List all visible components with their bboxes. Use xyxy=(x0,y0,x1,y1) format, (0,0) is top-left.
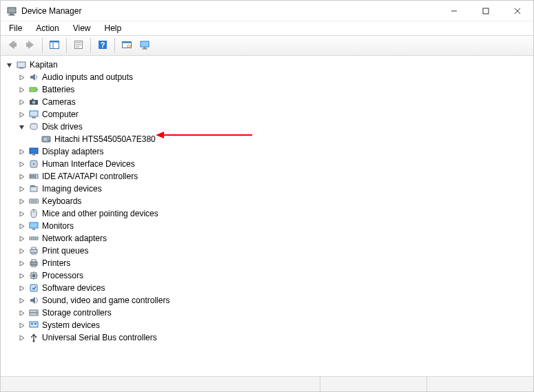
monitor-icon xyxy=(139,39,150,52)
device-tree-panel[interactable]: KapitanAudio inputs and outputsBatteries… xyxy=(1,56,533,376)
imaging-icon xyxy=(28,183,39,194)
chevron-right-icon[interactable] xyxy=(16,84,27,95)
minimize-button[interactable] xyxy=(438,1,470,21)
svg-point-55 xyxy=(35,238,37,239)
maximize-button[interactable] xyxy=(470,1,502,21)
chevron-right-icon[interactable] xyxy=(16,332,27,343)
chevron-right-icon[interactable] xyxy=(16,220,27,231)
back-button[interactable] xyxy=(4,37,21,54)
tree-row-cat-4[interactable]: Disk drives xyxy=(1,121,533,133)
chevron-right-icon[interactable] xyxy=(16,109,27,120)
tree-row-cat-12[interactable]: Network adapters xyxy=(1,232,533,245)
chevron-right-icon[interactable] xyxy=(16,307,27,318)
chevron-right-icon[interactable] xyxy=(16,282,27,293)
svg-rect-46 xyxy=(30,199,39,203)
tree-row-cat-14[interactable]: Printers xyxy=(1,257,533,269)
svg-rect-8 xyxy=(50,41,59,42)
tree-row-cat-18[interactable]: Storage controllers xyxy=(1,307,533,319)
menu-view[interactable]: View xyxy=(68,22,96,34)
close-button[interactable] xyxy=(502,1,533,21)
hid-icon xyxy=(28,158,39,169)
svg-point-71 xyxy=(36,311,37,311)
svg-rect-29 xyxy=(32,99,34,101)
chevron-right-icon[interactable] xyxy=(16,295,27,306)
tree-row-cat-0[interactable]: Audio inputs and outputs xyxy=(1,71,533,83)
show-hide-console-tree-button[interactable] xyxy=(46,37,63,54)
tree-row-cat-13[interactable]: Print queues xyxy=(1,245,533,257)
toolbar-separator xyxy=(90,38,91,53)
statusbar-cell xyxy=(320,377,427,391)
tree-label: Processors xyxy=(42,269,83,282)
tree-row-cat-11[interactable]: Monitors xyxy=(1,220,533,232)
chevron-down-icon[interactable] xyxy=(3,59,14,70)
tree-label: Software devices xyxy=(42,282,105,294)
forward-button[interactable] xyxy=(22,37,39,54)
show-hidden-devices-button[interactable] xyxy=(136,37,153,54)
chevron-right-icon[interactable] xyxy=(16,196,27,207)
tree-label: Imaging devices xyxy=(42,183,102,195)
svg-rect-37 xyxy=(30,148,38,154)
tree-row-cat-19[interactable]: System devices xyxy=(1,319,533,331)
tree-row-root[interactable]: Kapitan xyxy=(1,59,533,71)
chevron-right-icon[interactable] xyxy=(16,320,27,331)
svg-point-40 xyxy=(33,163,34,165)
tree-row-cat-2[interactable]: Cameras xyxy=(1,96,533,108)
tree-label: Display adapters xyxy=(42,145,103,158)
camera-icon xyxy=(28,96,39,107)
chevron-right-icon[interactable] xyxy=(16,208,27,219)
svg-rect-24 xyxy=(19,68,23,69)
tree-row-cat-16[interactable]: Software devices xyxy=(1,282,533,294)
chevron-right-icon[interactable] xyxy=(16,72,27,83)
tree-row-cat-15[interactable]: Processors xyxy=(1,269,533,282)
tree-row-cat-20[interactable]: Universal Serial Bus controllers xyxy=(1,331,533,344)
help-button[interactable]: ? xyxy=(94,37,111,54)
svg-rect-42 xyxy=(30,175,32,178)
chevron-down-icon[interactable] xyxy=(16,121,27,132)
chevron-right-icon[interactable] xyxy=(16,171,27,182)
tree-row-cat-8[interactable]: Imaging devices xyxy=(1,183,533,195)
tree-row-cat-5[interactable]: Display adapters xyxy=(1,145,533,158)
toolbar-separator xyxy=(66,38,67,53)
tree-row-cat-1[interactable]: Batteries xyxy=(1,83,533,96)
cpu-icon xyxy=(28,270,39,281)
tree-label: Hitachi HTS545050A7E380 xyxy=(54,133,156,145)
menu-help[interactable]: Help xyxy=(99,22,127,34)
chevron-right-icon[interactable] xyxy=(16,158,27,169)
tree-row-cat-9[interactable]: Keyboards xyxy=(1,195,533,207)
toolbar-separator xyxy=(42,38,43,53)
tree-row-cat-3[interactable]: Computer xyxy=(1,108,533,121)
chevron-right-icon[interactable] xyxy=(16,245,27,256)
tree-row-cat-10[interactable]: Mice and other pointing devices xyxy=(1,207,533,220)
tree-label: System devices xyxy=(42,319,100,331)
scan-hardware-button[interactable] xyxy=(119,37,135,54)
monitor-icon xyxy=(28,220,39,231)
chevron-right-icon[interactable] xyxy=(16,183,27,194)
device-tree: KapitanAudio inputs and outputsBatteries… xyxy=(1,59,533,344)
svg-rect-68 xyxy=(30,285,37,291)
menu-file[interactable]: File xyxy=(3,22,28,34)
toolbar-separator xyxy=(114,38,115,53)
svg-rect-23 xyxy=(17,62,25,68)
menu-action[interactable]: Action xyxy=(30,22,64,34)
properties-button[interactable] xyxy=(70,37,87,54)
root-icon xyxy=(16,59,27,70)
tree-pane-icon xyxy=(49,39,60,52)
network-icon xyxy=(28,233,39,244)
svg-rect-36 xyxy=(48,141,50,141)
svg-point-28 xyxy=(32,101,35,103)
tree-row-cat-4-child-0[interactable]: Hitachi HTS545050A7E380 xyxy=(1,133,533,145)
tree-label: Batteries xyxy=(42,83,74,96)
chevron-right-icon[interactable] xyxy=(16,270,27,281)
printer-icon xyxy=(28,258,39,269)
chevron-right-icon[interactable] xyxy=(16,233,27,244)
tree-label: Printers xyxy=(42,257,70,269)
chevron-right-icon[interactable] xyxy=(16,146,27,157)
chevron-right-icon[interactable] xyxy=(16,258,27,269)
tree-row-cat-17[interactable]: Sound, video and game controllers xyxy=(1,294,533,307)
tree-label: IDE ATA/ATAPI controllers xyxy=(42,170,138,183)
tree-row-cat-6[interactable]: Human Interface Devices xyxy=(1,158,533,170)
statusbar xyxy=(1,376,533,391)
menubar: File Action View Help xyxy=(1,21,533,35)
tree-row-cat-7[interactable]: IDE ATA/ATAPI controllers xyxy=(1,170,533,183)
chevron-right-icon[interactable] xyxy=(16,96,27,107)
